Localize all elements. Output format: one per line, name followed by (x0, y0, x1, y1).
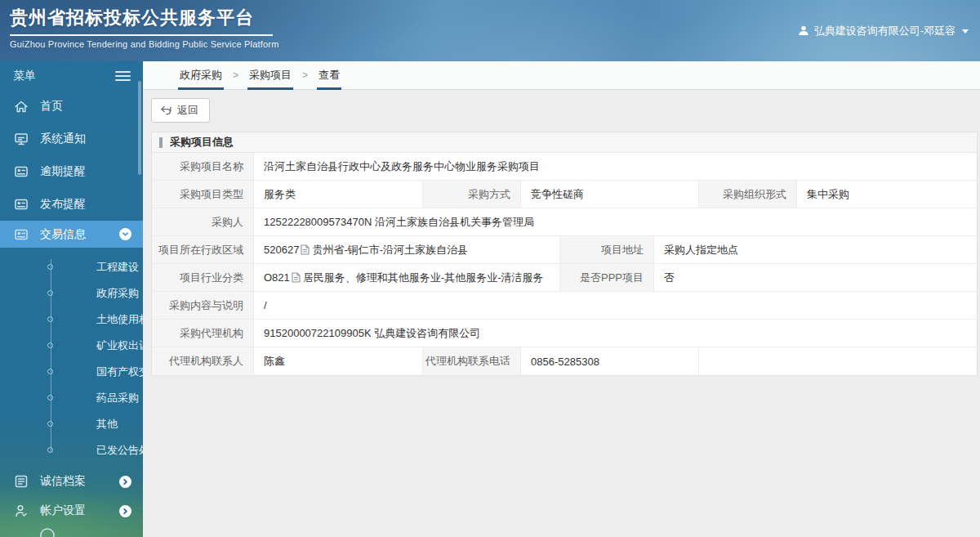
chevron-right-circle-icon (119, 505, 131, 517)
card-icon (13, 163, 29, 180)
bullet-icon (47, 447, 53, 453)
home-icon (13, 98, 29, 114)
field-label: 采购代理机构 (152, 320, 254, 347)
sidebar-item-label: 首页 (40, 99, 63, 114)
field-label: 采购项目名称 (152, 153, 254, 180)
panel-title: 采购项目信息 (170, 135, 234, 150)
toolbar: 返回 (143, 90, 980, 123)
field-empty-cell (699, 347, 977, 375)
sidebar-item-label: 交易信息 (40, 227, 86, 242)
chevron-down-icon (962, 29, 969, 34)
breadcrumb-item-gov-procurement[interactable]: 政府采购 (178, 61, 224, 90)
industry-code: O821 (264, 271, 290, 284)
field-label: 代理机构联系电话 (423, 347, 521, 375)
bullet-icon (47, 264, 53, 270)
submenu-item-engineering[interactable]: 工程建设 (0, 254, 143, 280)
field-row-agency-contact: 代理机构联系人 陈鑫 代理机构联系电话 0856-5285308 (152, 347, 977, 375)
sidebar-item-publish-reminder[interactable]: 发布提醒 (0, 188, 143, 221)
bullet-icon (47, 316, 53, 322)
field-label: 采购方式 (423, 181, 521, 208)
hamburger-icon[interactable] (115, 71, 131, 81)
field-value: 0856-5285308 (521, 347, 699, 375)
industry-text: 居民服务、修理和其他服务业-其他服务业-清洁服务 (303, 271, 544, 285)
breadcrumb-item-procurement-project[interactable]: 采购项目 (247, 61, 293, 90)
submenu-item-drug-procurement[interactable]: 药品采购 (0, 385, 143, 411)
transaction-submenu: 工程建设 政府采购 土地使用权出让 矿业权出让 国有产权交易 药品采购 其他 已… (0, 248, 143, 467)
main-content: 政府采购 > 采购项目 > 查看 返回 采购项目信息 采购项目名称 沿河土家自治… (143, 61, 980, 537)
field-label: 项目所在行政区域 (152, 236, 254, 263)
field-row-agency: 采购代理机构 91520000722109905K 弘典建设咨询有限公司 (152, 320, 977, 347)
field-label: 采购组织形式 (699, 181, 797, 208)
sidebar-item-label: 发布提醒 (40, 197, 86, 212)
sidebar-item-label: 帐户设置 (40, 503, 86, 518)
bullet-icon (47, 421, 53, 427)
chevron-right-circle-icon (119, 476, 131, 488)
user-menu[interactable]: 弘典建设咨询有限公司-邓廷容 (798, 24, 969, 38)
sidebar-item-account-settings[interactable]: 帐户设置 (0, 496, 143, 526)
sidebar-item-label: 逾期提醒 (40, 164, 86, 179)
submenu-label: 政府采购 (96, 286, 139, 301)
field-value: 否 (654, 264, 977, 291)
field-value: / (254, 292, 977, 319)
submenu-item-state-property[interactable]: 国有产权交易 (0, 359, 143, 385)
submenu-item-mining-rights[interactable]: 矿业权出让 (0, 333, 143, 359)
undo-icon (160, 105, 172, 116)
sidebar-item-label: 系统通知 (40, 132, 86, 146)
sidebar-item-system-notice[interactable]: 系统通知 (0, 123, 143, 155)
field-value: 陈鑫 (254, 347, 423, 375)
top-header-banner: 贵州省招标投标公共服务平台 GuiZhou Province Tendering… (0, 0, 980, 61)
field-value: 520627 贵州省-铜仁市-沿河土家族自治县 (254, 236, 560, 263)
field-label: 项目地址 (560, 236, 654, 263)
breadcrumb-separator: > (233, 69, 238, 81)
breadcrumb-item-view[interactable]: 查看 (317, 61, 341, 90)
list-icon (13, 473, 29, 490)
field-label: 是否PPP项目 (560, 264, 654, 291)
user-icon (798, 25, 809, 38)
platform-title: 贵州省招标投标公共服务平台 (10, 6, 279, 30)
submenu-item-gov-procurement[interactable]: 政府采购 (0, 280, 143, 307)
menu-title: 菜单 (13, 69, 36, 83)
chevron-down-circle-icon (119, 228, 131, 240)
monitor-icon (13, 131, 29, 147)
sidebar-item-overdue-reminder[interactable]: 逾期提醒 (0, 155, 143, 188)
submenu-item-land-use[interactable]: 土地使用权出让 (0, 307, 143, 333)
card-icon (13, 226, 29, 243)
panel-header: 采购项目信息 (152, 132, 977, 153)
field-value: 采购人指定地点 (654, 236, 977, 263)
back-button[interactable]: 返回 (151, 98, 210, 123)
submenu-label: 药品采购 (96, 391, 139, 405)
platform-brand: 贵州省招标投标公共服务平台 GuiZhou Province Tendering… (10, 6, 279, 49)
bullet-icon (47, 395, 53, 401)
submenu-label: 其他 (96, 417, 118, 432)
field-label: 采购人 (152, 208, 254, 235)
sidebar-item-transaction-info[interactable]: 交易信息 (0, 221, 143, 248)
region-code: 520627 (264, 244, 299, 256)
sidebar-item-integrity-archive[interactable]: 诚信档案 (0, 467, 143, 496)
field-row-purchaser: 采购人 12522228009573470N 沿河土家族自治县机关事务管理局 (152, 208, 977, 236)
region-text: 贵州省-铜仁市-沿河土家族自治县 (312, 243, 468, 257)
field-value: 12522228009573470N 沿河土家族自治县机关事务管理局 (254, 208, 977, 235)
field-label: 项目行业分类 (152, 264, 254, 291)
bullet-icon (47, 369, 53, 374)
back-button-label: 返回 (177, 103, 198, 118)
submenu-item-other[interactable]: 其他 (0, 411, 143, 437)
sidebar-item-home[interactable]: 首页 (0, 90, 143, 123)
field-label: 代理机构联系人 (152, 347, 254, 375)
sidebar-item-label: 诚信档案 (40, 474, 86, 489)
bullet-icon (47, 290, 53, 296)
field-row-region-address: 项目所在行政区域 520627 贵州省-铜仁市-沿河土家族自治县 项目地址 采购… (152, 236, 977, 264)
sidebar-scrollbar[interactable] (138, 81, 141, 175)
field-label: 采购项目类型 (152, 181, 254, 208)
field-row-content: 采购内容与说明 / (152, 292, 977, 320)
submenu-item-published-announcements[interactable]: 已发公告处理 (0, 437, 143, 463)
field-row-industry-ppp: 项目行业分类 O821 居民服务、修理和其他服务业-其他服务业-清洁服务 是否P… (152, 264, 977, 292)
user-gear-icon (13, 503, 29, 519)
sidebar-partial-item (0, 526, 143, 537)
sidebar: 菜单 首页 系统通知 逾期提醒 发布提醒 (0, 61, 143, 537)
app-root: 贵州省招标投标公共服务平台 GuiZhou Province Tendering… (0, 0, 980, 537)
field-row-type-method-orgform: 采购项目类型 服务类 采购方式 竞争性磋商 采购组织形式 集中采购 (152, 181, 977, 208)
title-underline (10, 34, 273, 36)
field-value: 服务类 (254, 181, 423, 208)
document-icon (301, 244, 310, 255)
field-value: 沿河土家自治县行政中心及政务服务中心物业服务采购项目 (254, 153, 977, 180)
